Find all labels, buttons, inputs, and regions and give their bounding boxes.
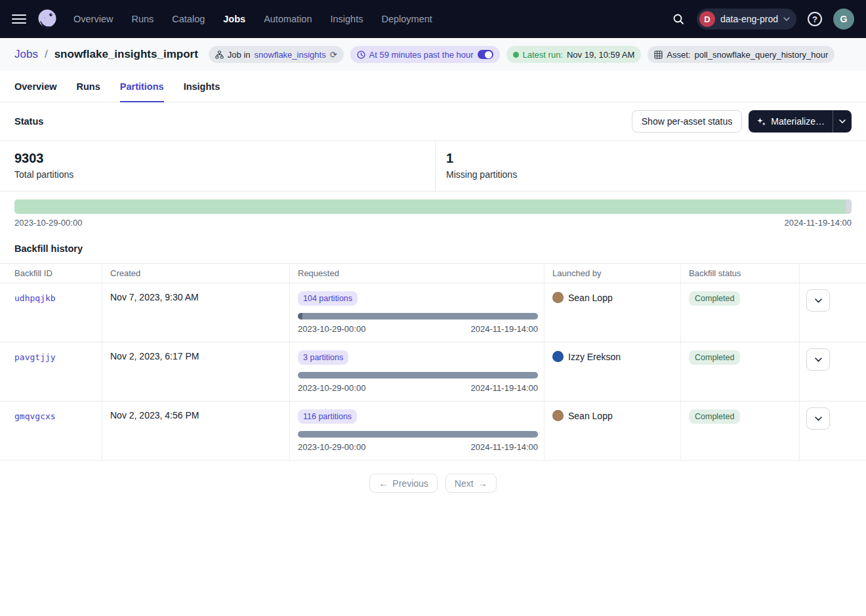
chevron-down-icon [815,298,822,303]
nav-item-deployment[interactable]: Deployment [381,14,432,24]
backfill-id-link[interactable]: gmqvgcxs [14,411,56,421]
requested-range-bar [298,372,538,379]
row-actions-button[interactable] [806,407,830,430]
materialize-options-button[interactable] [833,110,852,133]
partitions-count-badge[interactable]: 104 partitions [298,291,358,306]
page-title: snowflake_insights_import [54,48,198,61]
status-section-header: Status Show per-asset status Materialize… [0,102,866,140]
col-backfill-id: Backfill ID [0,264,102,283]
deployment-name: data-eng-prod [720,14,778,24]
partition-health-section: 2023-10-29-00:00 2024-11-19-14:00 [0,192,866,228]
row-range-start: 2023-10-29-00:00 [298,442,365,452]
col-launched-by: Launched by [544,264,680,283]
nav-item-jobs[interactable]: Jobs [223,14,245,24]
launched-by-name: Izzy Erekson [568,352,621,362]
row-range-end: 2024-11-19-14:00 [471,383,538,393]
partitions-count-badge[interactable]: 116 partitions [298,409,357,424]
deployment-switcher[interactable]: D data-eng-prod [697,9,796,30]
row-range-start: 2023-10-29-00:00 [298,324,365,334]
pagination: ← Previous Next → [0,461,866,506]
dagster-logo-icon[interactable] [35,7,59,31]
arrow-left-icon: ← [379,478,388,489]
created-timestamp: Nov 7, 2023, 9:30 AM [110,292,199,302]
nav-item-automation[interactable]: Automation [264,14,312,24]
backfill-status-badge: Completed [689,350,740,365]
row-actions-button[interactable] [806,289,830,312]
col-created: Created [102,264,289,283]
row-range-start: 2023-10-29-00:00 [298,383,365,393]
chevron-down-icon [839,119,846,123]
tab-runs[interactable]: Runs [77,81,100,102]
backfill-id-link[interactable]: pavgtjjy [14,352,56,362]
asset-table-icon [654,51,663,59]
reload-icon[interactable]: ⟳ [330,50,337,60]
code-location-link[interactable]: snowflake_insights [255,50,326,60]
schedule-badge: At 59 minutes past the hour [350,46,500,63]
breadcrumb: Jobs / snowflake_insights_import Job in … [0,38,866,71]
job-location-badge: Job in snowflake_insights ⟳ [209,46,344,63]
backfill-table-body: udhpqjkb Nov 7, 2023, 9:30 AM 104 partit… [0,283,866,461]
backfill-table: Backfill ID Created Requested Launched b… [0,263,866,461]
launcher-avatar [552,292,564,303]
help-icon[interactable]: ? [804,9,825,30]
tab-overview[interactable]: Overview [14,81,57,102]
tab-insights[interactable]: Insights [184,81,220,102]
requested-range-bar [298,431,538,438]
chevron-down-icon [783,17,790,21]
table-row: gmqvgcxs Nov 2, 2023, 4:56 PM 116 partit… [0,401,866,461]
search-icon[interactable] [668,9,689,30]
materialize-split-button: Materialize… [749,110,852,133]
backfill-status-badge: Completed [689,291,740,306]
sparkle-icon [756,117,766,127]
nav-item-catalog[interactable]: Catalog [172,14,205,24]
show-per-asset-status-button[interactable]: Show per-asset status [632,110,743,133]
asset-name[interactable]: poll_snowflake_query_history_hour [694,50,828,60]
col-actions [799,264,866,283]
partition-counts: 9303 Total partitions 1 Missing partitio… [0,140,866,192]
tab-partitions[interactable]: Partitions [120,81,164,102]
row-actions-button[interactable] [806,348,830,371]
table-row: pavgtjjy Nov 2, 2023, 6:17 PM 3 partitio… [0,342,866,401]
launcher-avatar [552,351,564,362]
hamburger-menu-icon[interactable] [12,14,26,24]
next-page-button[interactable]: Next → [445,474,497,493]
latest-run-badge: Latest run: Nov 19, 10:59 AM [506,46,642,63]
page-tabs: Overview Runs Partitions Insights [0,71,866,102]
created-timestamp: Nov 2, 2023, 6:17 PM [110,351,199,361]
schedule-label: At 59 minutes past the hour [369,50,474,60]
job-in-label: Job in [228,50,251,60]
schedule-toggle[interactable] [478,50,493,59]
status-heading: Status [14,116,43,127]
launcher-avatar [552,410,564,421]
nav-item-runs[interactable]: Runs [131,14,154,24]
asset-label: Asset: [667,50,690,60]
created-timestamp: Nov 2, 2023, 4:56 PM [110,410,199,421]
asset-badge: Asset: poll_snowflake_query_history_hour [648,46,835,63]
previous-page-button[interactable]: ← Previous [369,474,437,493]
total-partitions-label: Total partitions [14,169,421,180]
partition-status-bar[interactable] [14,199,852,214]
backfill-history-heading: Backfill history [0,228,866,263]
clock-icon [357,51,365,59]
launched-by-name: Sean Lopp [568,411,613,421]
latest-run-time[interactable]: Nov 19, 10:59 AM [567,50,634,60]
chevron-down-icon [815,358,822,362]
materialize-button[interactable]: Materialize… [749,110,833,133]
backfill-table-header: Backfill ID Created Requested Launched b… [0,263,866,283]
deployment-avatar: D [699,11,715,27]
requested-range-bar [298,313,538,319]
nav-item-insights[interactable]: Insights [330,14,363,24]
missing-partition-segment [846,199,852,214]
missing-partitions-value: 1 [446,151,852,166]
user-avatar[interactable]: G [833,9,854,30]
breadcrumb-separator: / [45,48,48,61]
missing-partitions-label: Missing partitions [446,169,852,180]
breadcrumb-jobs-link[interactable]: Jobs [14,48,38,61]
requested-segment [298,313,302,319]
partitions-count-badge[interactable]: 3 partitions [298,350,348,365]
backfill-id-link[interactable]: udhpqjkb [14,293,56,303]
backfill-status-badge: Completed [689,409,740,424]
nav-item-overview[interactable]: Overview [73,14,113,24]
partition-range-end: 2024-11-19-14:00 [785,218,852,228]
graph-icon [215,51,224,59]
